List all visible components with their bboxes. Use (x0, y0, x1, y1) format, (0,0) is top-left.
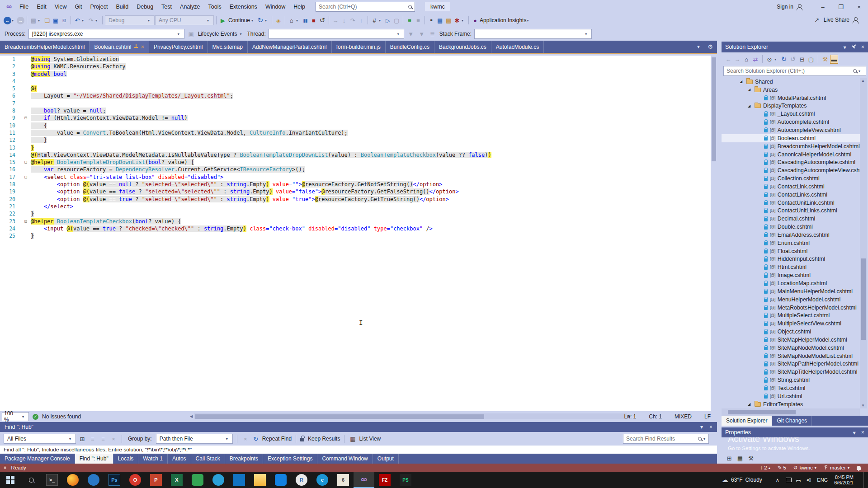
panel-tab-Find ": Hub"[interactable]: Find ": Hub" (75, 454, 113, 464)
volume-icon[interactable]: ◄)) (805, 478, 811, 482)
tree-item-EditorTemplates[interactable]: ◢EditorTemplates (722, 400, 860, 408)
language-indicator[interactable]: ENG (817, 477, 828, 483)
outdent-icon[interactable]: ≡ (414, 16, 422, 25)
editor-tab-AddNewManagerPartial.cshtml[interactable]: AddNewManagerPartial.cshtml (248, 41, 332, 53)
property-pages-icon[interactable]: ⚒ (747, 454, 755, 463)
continue-dropdown[interactable]: ▾ (251, 19, 256, 23)
stop-find-icon[interactable]: × (241, 434, 250, 443)
copy-results-icon[interactable]: ⊞ (78, 434, 86, 443)
application-insights-label[interactable]: Application Insights (480, 17, 526, 23)
home-icon[interactable]: ⌂ (288, 16, 296, 25)
branch-picker[interactable]: master ▾ (824, 465, 849, 470)
taskbar-icon-explorer[interactable] (250, 472, 270, 488)
tree-item-MultipleSelect.cshtml[interactable]: [@]MultipleSelect.cshtml (722, 311, 860, 319)
tree-item-HiddenInput.cshtml[interactable]: [@]HiddenInput.cshtml (722, 255, 860, 263)
tree-item-MultipleSelectView.cshtml[interactable]: [@]MultipleSelectView.cshtml (722, 319, 860, 328)
browse-with-icon[interactable]: ◈ (274, 16, 283, 25)
tree-item-Image.cshtml[interactable]: [@]Image.cshtml (722, 271, 860, 279)
editor-tab-PrivacyPolicy.cshtml[interactable]: PrivacyPolicy.cshtml (149, 41, 208, 53)
show-next-statement-icon[interactable]: → (331, 16, 340, 25)
menu-project[interactable]: Project (86, 0, 112, 14)
tree-item-ContactUnitLink.cshtml[interactable]: [@]ContactUnitLink.cshtml (722, 199, 860, 207)
notifications-bell-icon[interactable] (857, 466, 861, 470)
filter-flagged-icon[interactable]: ▼ (407, 29, 415, 38)
switch-views-icon[interactable]: ⇄ (751, 55, 760, 64)
categorized-view-icon[interactable]: ⊞ (725, 454, 733, 463)
sign-in-button[interactable]: Sign in (777, 4, 802, 10)
taskbar-icon-opera[interactable]: O (125, 472, 146, 488)
menu-edit[interactable]: Edit (33, 0, 51, 14)
clock[interactable]: 8:45 PM 6/6/2021 (834, 474, 854, 485)
stop-icon[interactable]: ■ (310, 16, 318, 25)
tree-item-SiteMapHelperModel.cshtml[interactable]: [@]SiteMapHelperModel.cshtml (722, 336, 860, 344)
hot-reload-dropdown[interactable]: ▾ (265, 19, 269, 23)
zoom-combo[interactable]: 100 %▾ (2, 412, 29, 421)
taskbar-icon-evernote[interactable] (187, 472, 208, 488)
panel-tab-Command Window[interactable]: Command Window (317, 454, 373, 464)
clear-filter-icon[interactable]: × (109, 434, 118, 443)
outgoing-commits-button[interactable]: ↑ 2 ▴ (760, 465, 770, 470)
se-home-icon[interactable]: ⌂ (742, 55, 750, 64)
unsaved-edits-button[interactable]: ✎ 5 (778, 465, 786, 471)
group-by-combo[interactable]: Path then File▾ (156, 434, 233, 444)
tray-monitor-icon[interactable] (786, 478, 792, 482)
continue-label[interactable]: Continue (228, 17, 250, 23)
alphabetical-view-icon[interactable]: ▦ (736, 454, 744, 463)
tree-item-CascadingAutocomplete.cshtml[interactable]: [@]CascadingAutocomplete.cshtml (722, 158, 860, 166)
menu-build[interactable]: Build (112, 0, 132, 14)
live-share-button[interactable]: ↗ Live Share (813, 15, 858, 24)
tree-item-ContactUnitLinks.cshtml[interactable]: [@]ContactUnitLinks.cshtml (722, 207, 860, 215)
tree-item-Autocomplete.cshtml[interactable]: [@]Autocomplete.cshtml (722, 118, 860, 126)
taskbar-icon-teamviewer[interactable] (270, 472, 291, 488)
menu-tools[interactable]: Tools (204, 0, 226, 14)
code-analysis-icon[interactable]: # (370, 16, 378, 25)
scrollbar-thumb[interactable] (195, 414, 484, 419)
taskbar-icon-photoshop[interactable]: Ps (104, 472, 125, 488)
pin-icon[interactable] (134, 44, 138, 49)
tab-list-icon[interactable]: ▼ (694, 42, 703, 52)
panel-tab-Watch 1[interactable]: Watch 1 (138, 454, 168, 464)
tree-item-Html.cshtml[interactable]: [@]Html.cshtml (722, 263, 860, 271)
tree-vertical-scrollbar[interactable]: ▲ ▼ (860, 78, 867, 408)
menu-help[interactable]: Help (289, 0, 309, 14)
thread-combo[interactable]: ▾ (269, 29, 404, 39)
export-notes-icon[interactable]: ▤ (444, 16, 453, 25)
fold-margin[interactable]: ⊟ (21, 159, 31, 166)
solution-explorer-header[interactable]: Solution Explorer ▾ × (722, 42, 868, 52)
solution-explorer-search-box[interactable]: ▾ (723, 66, 866, 76)
redo-dropdown[interactable]: ▾ (95, 19, 100, 23)
undo-icon[interactable]: ↶ (73, 16, 81, 25)
tree-item-EmailAddress.cshtml[interactable]: [@]EmailAddress.cshtml (722, 231, 860, 239)
tree-item-Boolean.cshtml[interactable]: [@]Boolean.cshtml (722, 134, 860, 142)
remove-notes-icon[interactable]: ✱ (453, 16, 461, 25)
lifecycle-dropdown[interactable]: ▾ (240, 32, 244, 36)
start-button[interactable] (0, 472, 21, 488)
repeat-find-icon[interactable]: ↻ (252, 434, 260, 443)
indent-icon[interactable]: ≡ (406, 16, 414, 25)
tree-item-Url.cshtml[interactable]: [@]Url.cshtml (722, 392, 860, 400)
tree-item-Double.cshtml[interactable]: [@]Double.cshtml (722, 223, 860, 231)
se-forward-icon[interactable]: → (733, 55, 741, 64)
pending-changes-filter-icon[interactable]: ⊙ (765, 55, 774, 64)
tree-item-_Layout.cshtml[interactable]: [@]_Layout.cshtml (722, 110, 860, 118)
restart-icon[interactable]: ↺ (318, 16, 326, 25)
tree-item-Areas[interactable]: ◢Areas (722, 86, 860, 94)
editor-tab-Mvc.sitemap[interactable]: Mvc.sitemap (208, 41, 248, 53)
tree-item-CanonicalHelperModel.cshtml[interactable]: [@]CanonicalHelperModel.cshtml (722, 150, 860, 159)
editor-vertical-scrollbar[interactable] (711, 56, 717, 411)
tree-item-SiteMapPathHelperModel.cshtml[interactable]: [@]SiteMapPathHelperModel.cshtml (722, 360, 860, 368)
undo-dropdown[interactable]: ▾ (82, 19, 86, 23)
close-panel-icon[interactable]: × (861, 429, 864, 436)
tree-item-BreadcrumbsHelperModel.cshtml[interactable]: [@]BreadcrumbsHelperModel.cshtml (722, 142, 860, 150)
menu-debug[interactable]: Debug (132, 0, 157, 14)
panel-tab-Call Stack[interactable]: Call Stack (191, 454, 225, 464)
find-scope-combo[interactable]: All Files▾ (4, 434, 76, 444)
new-file-icon[interactable]: ▤ (29, 16, 38, 25)
tree-item-Collection.cshtml[interactable]: [@]Collection.cshtml (722, 174, 860, 183)
editor-horizontal-scrollbar[interactable]: ◀ ▶ (190, 413, 631, 420)
solution-explorer-search-input[interactable] (726, 68, 851, 74)
taskbar-icon-calendar[interactable]: 6 (333, 472, 354, 488)
tree-item-ContactLink.cshtml[interactable]: [@]ContactLink.cshtml (722, 183, 860, 191)
feedback-icon[interactable] (852, 17, 858, 23)
panel-tab-Solution Explorer[interactable]: Solution Explorer (722, 416, 772, 426)
